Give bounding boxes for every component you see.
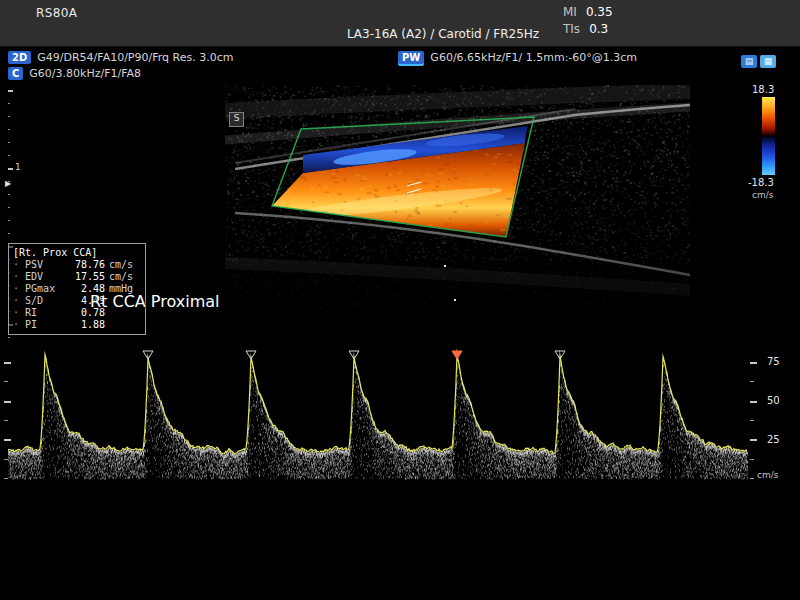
- measurement-label: EDV: [13, 271, 59, 283]
- measurement-label: PSV: [13, 259, 59, 271]
- depth-tick: [8, 220, 10, 221]
- measurement-label: RI: [13, 307, 59, 319]
- mi-readout: MI0.35: [563, 5, 613, 19]
- top-status-bar: RS80A LA3-16A (A2) / Carotid / FR25Hz MI…: [0, 0, 800, 47]
- depth-tick: [8, 90, 13, 92]
- measurement-row: EDV 17.55 cm/s: [13, 271, 141, 283]
- depth-tick: [8, 155, 10, 156]
- depth-tick: [8, 103, 10, 104]
- layout-dual-icon[interactable]: ▦: [760, 55, 776, 68]
- colorbar-max: 18.3: [752, 84, 774, 95]
- tis-label: TIs: [563, 22, 580, 36]
- measurement-unit: cm/s: [105, 259, 141, 271]
- spectral-scale-25: 25: [767, 434, 780, 445]
- spectral-tick: [750, 401, 757, 403]
- annotation-text: Rt CCA Proximal: [90, 292, 220, 311]
- measurement-value: 1.88: [59, 319, 105, 331]
- pw-mode-badge[interactable]: PW: [398, 51, 424, 64]
- spectral-ticks-left: [4, 346, 14, 480]
- spectral-tick: [4, 478, 8, 479]
- b-mode-params-text: G49/DR54/FA10/P90/Frq Res. 3.0cm: [37, 51, 233, 64]
- machine-model: RS80A: [36, 6, 77, 20]
- spectral-tick: [4, 420, 8, 421]
- ultrasound-screen: RS80A LA3-16A (A2) / Carotid / FR25Hz MI…: [0, 0, 800, 600]
- spectral-tick: [750, 362, 757, 364]
- measurement-title: [Rt. Prox CCA]: [13, 246, 141, 259]
- layout-single-icon[interactable]: ▤: [741, 55, 757, 68]
- depth-tick: [8, 233, 10, 234]
- spectral-scale-unit: cm/s: [757, 470, 778, 480]
- colorbar-unit: cm/s: [752, 190, 773, 200]
- exam-title: LA3-16A (A2) / Carotid / FR25Hz: [86, 27, 800, 41]
- b-mode-badge[interactable]: 2D: [8, 51, 31, 64]
- measurement-unit: [105, 319, 141, 331]
- depth-tick: [8, 337, 10, 338]
- mi-label: MI: [563, 5, 577, 19]
- measurement-value: 17.55: [59, 271, 105, 283]
- bmode-color-image: [225, 85, 690, 343]
- depth-tick: [8, 116, 10, 117]
- spectral-tick: [4, 439, 11, 441]
- measurement-unit: cm/s: [105, 271, 141, 283]
- colorbar-min: -18.3: [748, 177, 774, 188]
- pw-mode-params: PW G60/6.65kHz/F1/ 1.5mm:-60°@1.3cm: [398, 51, 637, 64]
- spectral-tick: [750, 459, 754, 460]
- measurement-panel: [Rt. Prox CCA] PSV 78.76 cm/s EDV 17.55 …: [8, 243, 146, 335]
- color-velocity-bar: [762, 97, 775, 175]
- spectral-tick: [4, 381, 8, 382]
- spectral-doppler-display: [8, 346, 748, 480]
- spectral-tick: [4, 362, 11, 364]
- spectral-tick: [750, 439, 757, 441]
- measurement-row: PSV 78.76 cm/s: [13, 259, 141, 271]
- measurement-label: PI: [13, 319, 59, 331]
- spectral-scale-50: 50: [767, 395, 780, 406]
- spectral-tick: [750, 381, 754, 382]
- color-mode-params: C G60/3.80kHz/F1/FA8: [8, 67, 141, 80]
- mi-value: 0.35: [586, 5, 613, 19]
- spectral-tick: [750, 478, 754, 479]
- b-mode-params: 2D G49/DR54/FA10/P90/Frq Res. 3.0cm: [8, 51, 233, 64]
- spectral-tick: [4, 401, 11, 403]
- spectral-ticks-right: [750, 346, 760, 480]
- color-mode-params-text: G60/3.80kHz/F1/FA8: [29, 67, 141, 80]
- tis-readout: TIs0.3: [563, 22, 608, 36]
- depth-tick: [8, 207, 10, 208]
- measurement-value: 78.76: [59, 259, 105, 271]
- color-mode-badge[interactable]: C: [8, 67, 23, 80]
- depth-tick: [8, 194, 10, 195]
- measurement-label: PGmax: [13, 283, 59, 295]
- orientation-marker: S: [229, 112, 244, 127]
- spectral-tick: [750, 420, 754, 421]
- spectral-tick: [4, 459, 8, 460]
- measurement-label: S/D: [13, 295, 59, 307]
- depth-tick: [8, 142, 10, 143]
- focus-marker-icon[interactable]: ▶: [5, 179, 11, 188]
- pw-mode-params-text: G60/6.65kHz/F1/ 1.5mm:-60°@1.3cm: [430, 51, 637, 64]
- spectral-scale-75: 75: [767, 356, 780, 367]
- depth-tick: [8, 129, 10, 130]
- measurement-row: PI 1.88: [13, 319, 141, 331]
- tis-value: 0.3: [589, 22, 608, 36]
- depth-label: 1: [15, 162, 21, 172]
- depth-tick: [8, 168, 13, 170]
